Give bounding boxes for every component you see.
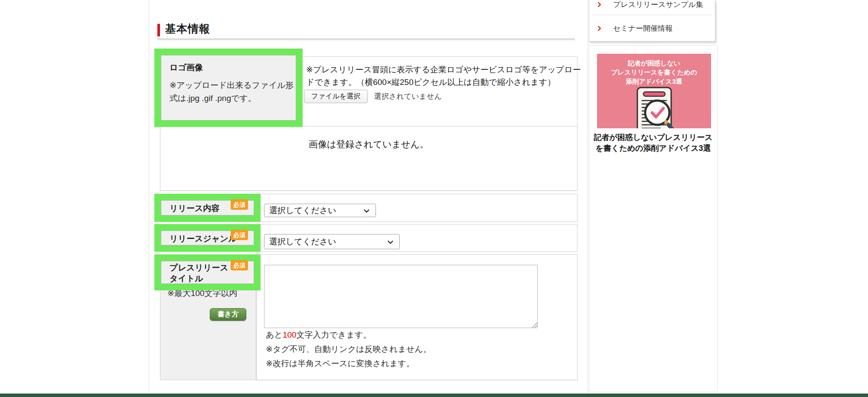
magnifier-document-illustration: [630, 86, 678, 128]
sidebar-link-box: プレスリリースサンプル集 セミナー開催情報: [589, 0, 715, 42]
promo-banner-text: 記者が困惑しない プレスリリースを書くための 添削アドバイス3選: [597, 59, 711, 86]
chevron-down-icon: [364, 207, 369, 213]
annotation-box-release-content: リリース内容 必須: [154, 194, 261, 222]
chevron-right-icon: [596, 2, 601, 7]
title-note-1: ※タグ不可、自動リンクは反映されません。: [266, 342, 431, 356]
annotation-box-release-genre: リリースジャンル 必須: [154, 224, 261, 252]
logo-preview-box: 画像は登録されていません。: [160, 126, 578, 191]
title-textarea[interactable]: [264, 265, 538, 328]
sidebar-item-seminar-info[interactable]: セミナー開催情報: [589, 15, 715, 42]
promo-banner-line1: 記者が困惑しない: [597, 59, 711, 68]
release-content-cell: 選択してください: [256, 194, 578, 222]
promo-banner-caption[interactable]: 記者が困惑しないプレスリリース を書くための添削アドバイス3選: [589, 132, 717, 154]
logo-upload-description-line2: ドできます。（横600×縦250ピクセル以上は自動で縮小されます）: [306, 76, 586, 88]
sidebar-item-label: セミナー開催情報: [613, 23, 672, 33]
main-content-card: 基本情報 画像は登録されていません。 ※プレスリリース冒頭に表示する企業ロゴやサ…: [149, 0, 588, 394]
required-badge: 必須: [231, 260, 248, 270]
char-counter-value: 100: [283, 330, 297, 339]
required-badge: 必須: [231, 199, 248, 210]
section-accent-bar: [157, 24, 160, 36]
logo-format-note: ※アップロード出来るファイル形式は.jpg .gif .pngです。: [170, 79, 295, 105]
char-counter-line: あと100文字入力できます。: [266, 328, 431, 342]
release-content-select[interactable]: 選択してください: [264, 204, 376, 217]
logo-upload-description: ※プレスリリース冒頭に表示する企業ロゴやサービスロゴ等をアップロー ドできます。…: [306, 63, 586, 88]
page-title: 基本情報: [165, 22, 210, 36]
file-select-button[interactable]: ファイルを選択: [304, 90, 368, 103]
required-badge: 必須: [231, 230, 248, 240]
title-notes-block: あと100文字入力できます。 ※タグ不可、自動リンクは反映されません。 ※改行は…: [266, 328, 431, 371]
sidebar-item-press-release-samples[interactable]: プレスリリースサンプル集: [589, 0, 715, 15]
howto-button[interactable]: 書き方: [210, 308, 246, 321]
release-genre-label-cell: リリースジャンル 必須: [161, 231, 254, 245]
promo-banner[interactable]: 記者が困惑しない プレスリリースを書くための 添削アドバイス3選: [597, 54, 711, 128]
sidebar-item-label: プレスリリースサンプル集: [613, 0, 703, 10]
release-content-label: リリース内容: [170, 204, 219, 213]
promo-caption-line2: を書くための添削アドバイス3選: [589, 143, 717, 154]
logo-preview-empty-text: 画像は登録されていません。: [160, 138, 577, 150]
release-genre-select[interactable]: 選択してください: [264, 234, 400, 249]
sidebar-promo-card: 記者が困惑しない プレスリリースを書くための 添削アドバイス3選 記者が困惑しな…: [589, 45, 718, 392]
promo-banner-line2: プレスリリースを書くための: [597, 68, 711, 77]
char-counter-suffix: 文字入力できます。: [297, 330, 372, 339]
annotation-box-logo: ロゴ画像 ※アップロード出来るファイル形式は.jpg .gif .pngです。: [154, 49, 303, 127]
logo-file-input: ファイルを選択 選択されていません: [304, 90, 442, 103]
logo-label: ロゴ画像: [170, 62, 291, 73]
release-content-label-cell: リリース内容 必須: [161, 200, 254, 215]
release-genre-label: リリースジャンル: [170, 234, 237, 243]
chevron-right-icon: [596, 26, 601, 31]
title-input-cell: あと100文字入力できます。 ※タグ不可、自動リンクは反映されません。 ※改行は…: [256, 254, 578, 380]
promo-caption-line1: 記者が困惑しないプレスリリース: [589, 132, 717, 143]
char-counter-prefix: あと: [266, 330, 283, 339]
logo-upload-description-line1: ※プレスリリース冒頭に表示する企業ロゴやサービスロゴ等をアップロー: [306, 63, 586, 76]
footer-top-edge: [0, 394, 868, 397]
title-label-cell: プレスリリース タイトル 必須: [161, 261, 254, 284]
section-divider: [157, 39, 575, 39]
logo-label-cell: ロゴ画像 ※アップロード出来るファイル形式は.jpg .gif .pngです。: [161, 55, 296, 120]
release-content-selected-value: 選択してください: [269, 205, 336, 216]
release-genre-cell: 選択してください: [256, 224, 578, 252]
file-status-text: 選択されていません: [374, 91, 442, 101]
annotation-box-title: プレスリリース タイトル 必須: [154, 254, 261, 290]
release-genre-selected-value: 選択してください: [269, 236, 336, 247]
title-label-line2: タイトル: [170, 273, 254, 284]
title-note-2: ※改行は半角スペースに変換されます。: [266, 356, 431, 371]
promo-banner-line3: 添削アドバイス3選: [597, 77, 711, 86]
chevron-down-icon: [388, 238, 393, 244]
